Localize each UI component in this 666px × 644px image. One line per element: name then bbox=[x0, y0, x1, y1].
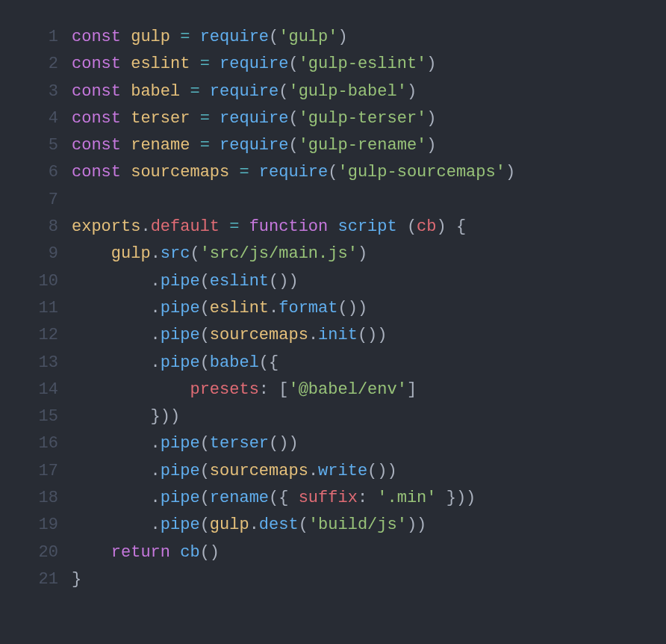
code-content[interactable] bbox=[72, 187, 666, 214]
token-pun: . bbox=[72, 326, 161, 344]
token-fn: require bbox=[220, 109, 288, 128]
token-kw: const bbox=[72, 136, 121, 155]
code-line[interactable]: 19 .pipe(gulp.dest('build/js')) bbox=[0, 512, 666, 539]
token-mem: pipe bbox=[161, 353, 200, 372]
token-pun: ({ bbox=[269, 489, 299, 507]
token-mem: pipe bbox=[161, 299, 200, 318]
token-str: 'gulp-eslint' bbox=[299, 55, 427, 73]
code-content[interactable]: .pipe(terser()) bbox=[72, 430, 666, 457]
token-mem: pipe bbox=[161, 515, 200, 534]
token-pun: ( bbox=[397, 217, 417, 236]
token-pun: . bbox=[308, 462, 318, 480]
code-content[interactable]: const sourcemaps = require('gulp-sourcem… bbox=[72, 159, 666, 186]
code-content[interactable]: } bbox=[72, 566, 666, 593]
token-fn: require bbox=[210, 82, 278, 101]
token-pun bbox=[72, 244, 111, 263]
token-pun bbox=[249, 163, 259, 182]
code-line[interactable]: 7 bbox=[0, 187, 666, 214]
token-str: 'build/js' bbox=[308, 515, 407, 534]
code-line[interactable]: 16 .pipe(terser()) bbox=[0, 430, 666, 457]
code-line[interactable]: 18 .pipe(rename({ suffix: '.min' })) bbox=[0, 485, 666, 512]
code-line[interactable]: 14 presets: ['@babel/env'] bbox=[0, 377, 666, 403]
token-pun: ()) bbox=[367, 462, 397, 480]
token-param: cb bbox=[417, 217, 436, 236]
line-number: 9 bbox=[0, 241, 72, 267]
code-line[interactable]: 4const terser = require('gulp-terser') bbox=[0, 105, 666, 132]
code-editor[interactable]: 1const gulp = require('gulp')2const esli… bbox=[0, 0, 666, 617]
token-pun: ) { bbox=[437, 217, 467, 236]
token-pun: . bbox=[72, 272, 161, 291]
code-line[interactable]: 17 .pipe(sourcemaps.write()) bbox=[0, 458, 666, 485]
code-content[interactable]: .pipe(gulp.dest('build/js')) bbox=[72, 512, 666, 539]
token-pun: ()) bbox=[269, 434, 299, 453]
token-kw: function bbox=[249, 217, 329, 236]
token-pun: ({ bbox=[259, 353, 278, 372]
code-line[interactable]: 2const eslint = require('gulp-eslint') bbox=[0, 51, 666, 78]
token-pun bbox=[180, 82, 190, 101]
token-pun bbox=[170, 28, 180, 46]
code-content[interactable]: })) bbox=[72, 403, 666, 430]
code-content[interactable]: gulp.src('src/js/main.js') bbox=[72, 241, 666, 267]
token-pun bbox=[121, 55, 131, 73]
code-content[interactable]: .pipe(rename({ suffix: '.min' })) bbox=[72, 485, 666, 512]
code-line[interactable]: 13 .pipe(babel({ bbox=[0, 350, 666, 377]
token-mem: write bbox=[318, 462, 367, 480]
code-content[interactable]: .pipe(eslint()) bbox=[72, 268, 666, 295]
code-content[interactable]: const gulp = require('gulp') bbox=[72, 24, 666, 51]
token-pun: ()) bbox=[358, 326, 388, 344]
token-pun bbox=[200, 82, 210, 101]
code-line[interactable]: 5const rename = require('gulp-rename') bbox=[0, 132, 666, 159]
token-pun bbox=[72, 543, 111, 562]
code-content[interactable]: .pipe(eslint.format()) bbox=[72, 295, 666, 322]
token-pun: . bbox=[72, 489, 161, 507]
code-content[interactable]: .pipe(babel({ bbox=[72, 350, 666, 377]
line-number: 21 bbox=[0, 566, 72, 593]
code-content[interactable]: .pipe(sourcemaps.write()) bbox=[72, 458, 666, 485]
code-line[interactable]: 3const babel = require('gulp-babel') bbox=[0, 78, 666, 105]
code-line[interactable]: 6const sourcemaps = require('gulp-source… bbox=[0, 159, 666, 186]
line-number: 10 bbox=[0, 268, 72, 295]
token-str: 'gulp-babel' bbox=[288, 82, 406, 101]
code-line[interactable]: 11 .pipe(eslint.format()) bbox=[0, 295, 666, 322]
line-number: 1 bbox=[0, 24, 72, 51]
code-line[interactable]: 9 gulp.src('src/js/main.js') bbox=[0, 241, 666, 267]
token-str: '@babel/env' bbox=[288, 380, 406, 399]
code-content[interactable]: const terser = require('gulp-terser') bbox=[72, 105, 666, 132]
line-number: 14 bbox=[0, 377, 72, 403]
code-content[interactable]: const babel = require('gulp-babel') bbox=[72, 78, 666, 105]
token-pun: })) bbox=[437, 489, 476, 507]
code-line[interactable]: 20 return cb() bbox=[0, 539, 666, 566]
code-content[interactable]: presets: ['@babel/env'] bbox=[72, 377, 666, 403]
code-content[interactable]: return cb() bbox=[72, 539, 666, 566]
token-fn: require bbox=[220, 55, 288, 73]
line-number: 18 bbox=[0, 485, 72, 512]
token-kw: return bbox=[111, 543, 170, 562]
token-pun bbox=[328, 217, 337, 236]
token-pun: )) bbox=[407, 515, 426, 534]
line-number: 20 bbox=[0, 539, 72, 566]
token-mem: src bbox=[161, 244, 190, 263]
code-content[interactable]: const rename = require('gulp-rename') bbox=[72, 132, 666, 159]
token-op: = bbox=[190, 82, 199, 101]
token-pun bbox=[220, 217, 229, 236]
code-line[interactable]: 15 })) bbox=[0, 403, 666, 430]
token-pun: ( bbox=[200, 434, 210, 453]
token-pun: . bbox=[249, 515, 259, 534]
token-kw: const bbox=[72, 82, 121, 101]
code-content[interactable]: exports.default = function script (cb) { bbox=[72, 214, 666, 241]
code-line[interactable]: 12 .pipe(sourcemaps.init()) bbox=[0, 322, 666, 349]
token-var: eslint bbox=[210, 299, 269, 318]
token-pun: ) bbox=[426, 109, 436, 128]
token-fn: eslint bbox=[210, 272, 269, 291]
token-str: 'gulp-sourcemaps' bbox=[337, 163, 505, 182]
token-pun: ) bbox=[426, 136, 436, 155]
token-mem: init bbox=[318, 326, 358, 344]
code-content[interactable]: const eslint = require('gulp-eslint') bbox=[72, 51, 666, 78]
code-line[interactable]: 10 .pipe(eslint()) bbox=[0, 268, 666, 295]
code-content[interactable]: .pipe(sourcemaps.init()) bbox=[72, 322, 666, 349]
code-line[interactable]: 1const gulp = require('gulp') bbox=[0, 24, 666, 51]
token-op: = bbox=[229, 217, 239, 236]
code-line[interactable]: 8exports.default = function script (cb) … bbox=[0, 214, 666, 241]
token-op: = bbox=[200, 109, 210, 128]
code-line[interactable]: 21} bbox=[0, 566, 666, 593]
